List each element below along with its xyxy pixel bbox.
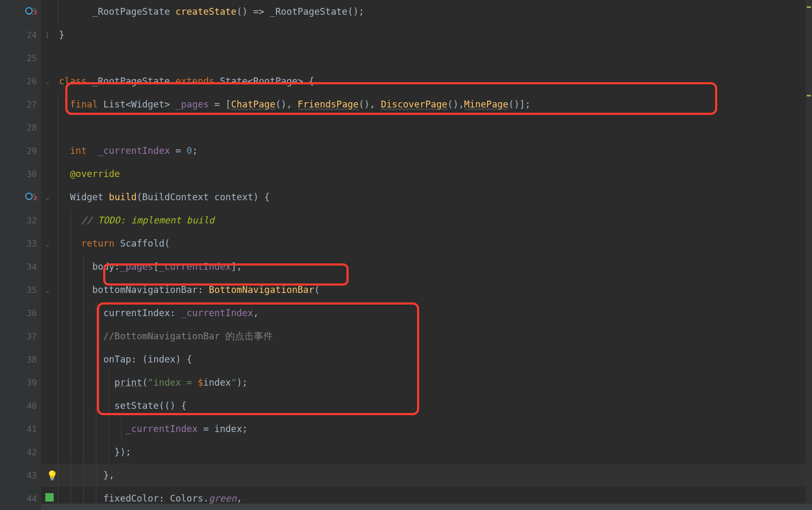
code-line[interactable]: int _currentIndex = 0; [41, 139, 812, 162]
code-line[interactable] [41, 116, 812, 139]
marker-warning[interactable] [807, 95, 811, 96]
code-text: ], [231, 261, 242, 272]
gutter-line: 29 [0, 139, 41, 162]
code-text: (BuildContext context) { [137, 192, 270, 202]
code-line[interactable]: //BottomNavigationBar 的点击事件 [41, 325, 812, 348]
color-swatch-icon[interactable] [45, 493, 54, 504]
field: _currentIndex [181, 308, 253, 318]
gutter-line: 28 [0, 116, 41, 139]
code-line[interactable]: ⌄ Widget build(BuildContext context) { [41, 185, 812, 209]
fold-start-icon[interactable]: ⌄ [45, 193, 49, 201]
gutter-line: 26 [0, 70, 41, 93]
code-line[interactable]: }); [41, 440, 812, 464]
code-text: ; [192, 145, 198, 156]
line-number: 33 [27, 239, 37, 249]
code-text [87, 145, 98, 156]
fold-end-icon[interactable]: ⌊ [45, 31, 49, 39]
gutter-line: 38 [0, 348, 41, 371]
code-line[interactable]: ⌄ return Scaffold( [41, 232, 812, 255]
indent [59, 424, 125, 434]
method-name: build [109, 192, 137, 202]
marker-warning[interactable] [807, 6, 811, 8]
code-line[interactable]: ⌄ class _RootPageState extends State<Roo… [41, 70, 812, 93]
code-text: Scaffold( [114, 238, 170, 249]
indent [59, 470, 103, 480]
code-text: List<Widget> [98, 99, 176, 110]
code-line[interactable]: final List<Widget> _pages = [ChatPage(),… [41, 93, 812, 116]
line-number: 36 [27, 308, 37, 318]
indent [59, 285, 92, 295]
code-text: ( [142, 377, 148, 388]
code-line[interactable]: @override [41, 162, 812, 185]
method-call: setState [114, 400, 159, 411]
number: 0 [186, 145, 192, 156]
gutter-line: 32 [0, 209, 41, 232]
string: " [231, 377, 237, 388]
code-line[interactable]: // TODO: implement build [41, 209, 812, 232]
code-text: State<RootPage> { [214, 76, 314, 86]
line-number: 35 [27, 285, 37, 295]
method-name: createState [175, 6, 236, 17]
code-text: (), [448, 99, 464, 110]
field: _currentIndex [98, 145, 170, 156]
line-number: 29 [27, 146, 37, 156]
code-line[interactable]: ⌊ } [41, 23, 812, 46]
keyword: class [59, 76, 87, 86]
param-label: currentIndex: [103, 308, 181, 318]
gutter: 23 ↑ 24 25 26 27 28 29 30 31 ↑ 32 33 34 … [0, 0, 41, 510]
code-text: } [59, 30, 65, 40]
indent [59, 354, 103, 365]
code-line-current[interactable]: 💡 }, [41, 464, 812, 487]
code-line[interactable]: print("index = $index"); [41, 371, 812, 394]
gutter-line: 31 ↑ [0, 185, 41, 209]
indent [59, 6, 92, 17]
code-editor[interactable]: 23 ↑ 24 25 26 27 28 29 30 31 ↑ 32 33 34 … [0, 0, 812, 510]
override-icon[interactable]: ↑ [25, 7, 38, 17]
code-line[interactable]: _RootPageState createState() => _RootPag… [41, 0, 812, 23]
indent [59, 169, 70, 179]
code-text: (() { [159, 400, 187, 411]
code-text: Widget [70, 192, 109, 202]
line-number: 30 [27, 169, 37, 179]
code-line[interactable]: setState(() { [41, 394, 812, 417]
bulb-icon[interactable]: 💡 [46, 470, 58, 481]
code-line[interactable]: _currentIndex = index; [41, 417, 812, 440]
indent [59, 99, 70, 110]
gutter-line: 43 [0, 464, 41, 487]
error-stripe[interactable] [806, 0, 812, 510]
code-text: _RootPageState [92, 6, 175, 17]
indent [59, 400, 114, 411]
line-number: 43 [27, 470, 37, 480]
class-call: ChatPage [231, 99, 275, 110]
indent [59, 192, 70, 202]
gutter-line: 23 ↑ [0, 0, 41, 23]
code-line[interactable]: onTap: (index) { [41, 348, 812, 371]
code-line[interactable]: body:_pages[_currentIndex], [41, 255, 812, 278]
line-number: 44 [27, 494, 37, 504]
code-text: , [253, 308, 259, 318]
code-text: () => _RootPageState(); [236, 6, 364, 17]
code-text: = [ [209, 99, 231, 110]
code-text: = index; [197, 424, 247, 434]
code-text: ( [314, 285, 320, 295]
status-bar [41, 504, 812, 510]
override-icon[interactable]: ↑ [25, 192, 38, 202]
fold-start-icon[interactable]: ⌄ [45, 77, 49, 85]
code-line[interactable]: ⌄ bottomNavigationBar: BottomNavigationB… [41, 278, 812, 301]
line-number: 27 [27, 100, 37, 110]
code-line[interactable]: currentIndex: _currentIndex, [41, 301, 812, 325]
gutter-line: 33 [0, 232, 41, 255]
code-area[interactable]: _RootPageState createState() => _RootPag… [41, 0, 812, 510]
fold-start-icon[interactable]: ⌄ [45, 286, 49, 294]
code-line[interactable] [41, 46, 812, 70]
indent [59, 331, 103, 341]
line-number: 38 [27, 355, 37, 365]
gutter-line: 40 [0, 394, 41, 417]
code-text: (index) { [142, 354, 192, 365]
gutter-line: 37 [0, 325, 41, 348]
line-number: 28 [27, 123, 37, 133]
gutter-line: 39 [0, 371, 41, 394]
class-call: FriendsPage [298, 99, 359, 110]
fold-start-icon[interactable]: ⌄ [45, 239, 49, 248]
gutter-line: 27 [0, 93, 41, 116]
